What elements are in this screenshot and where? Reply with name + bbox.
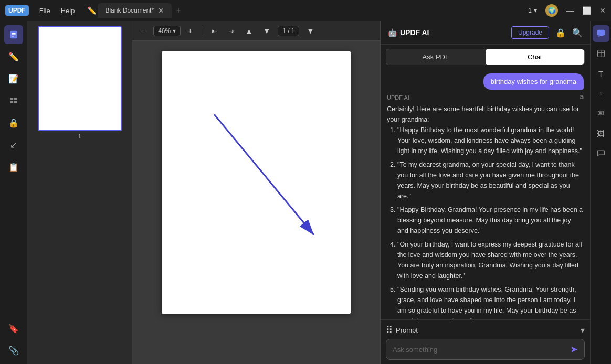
right-icon-email[interactable]: ✉ bbox=[593, 105, 609, 122]
wish-4: "On your birthday, I want to express my … bbox=[397, 239, 584, 281]
sidebar-icon-protect[interactable]: 🔒 bbox=[4, 113, 23, 132]
arrow-annotation bbox=[162, 51, 351, 314]
toolbar-separator-1 bbox=[202, 26, 202, 36]
right-icon-export[interactable]: ↑ bbox=[593, 85, 609, 102]
search-icon[interactable]: 🔍 bbox=[572, 28, 583, 38]
tab-ask-pdf[interactable]: Ask PDF bbox=[386, 49, 486, 65]
new-tab-btn[interactable]: + bbox=[176, 6, 181, 15]
page-down-btn-2[interactable]: ▼ bbox=[303, 25, 317, 37]
right-icon-table[interactable] bbox=[593, 45, 609, 62]
menu-help[interactable]: Help bbox=[61, 7, 75, 15]
sidebar-icon-organize[interactable] bbox=[4, 91, 23, 110]
close-btn[interactable]: ✕ bbox=[599, 6, 606, 15]
sidebar-icon-bookmark[interactable]: 🔖 bbox=[4, 319, 23, 338]
wishes-list: "Happy Birthday to the most wonderful gr… bbox=[387, 125, 584, 319]
wish-5: "Sending you warm birthday wishes, Grand… bbox=[397, 284, 584, 319]
app-logo: UPDF bbox=[5, 5, 29, 16]
wish-2: "To my dearest grandma, on your special … bbox=[397, 159, 584, 201]
ai-messages[interactable]: birthday wishes for grandma UPDF AI ⧉ Ce… bbox=[381, 69, 590, 319]
svg-line-9 bbox=[214, 114, 314, 235]
tab-area: ✏️ Blank Document* ✕ + bbox=[85, 3, 528, 18]
main-layout: ✏️ 📝 🔒 ↙ 📋 🔖 📎 1 − 46% ▾ + ⇤ ⇥ ▲ bbox=[0, 21, 611, 364]
response-intro: Certainly! Here are some heartfelt birth… bbox=[387, 104, 584, 125]
user-avatar[interactable]: 🌍 bbox=[545, 4, 558, 17]
ai-send-button[interactable]: ➤ bbox=[570, 344, 578, 355]
ai-header: 🤖 UPDF AI Upgrade 🔒 🔍 bbox=[381, 21, 590, 45]
thumb-page-number: 1 bbox=[78, 133, 81, 140]
tab-chat[interactable]: Chat bbox=[486, 49, 585, 65]
tab-label: Blank Document* bbox=[105, 7, 154, 14]
upgrade-button[interactable]: Upgrade bbox=[511, 26, 549, 39]
tab-close-btn[interactable]: ✕ bbox=[158, 6, 164, 15]
sidebar-icon-convert[interactable]: ↙ bbox=[4, 135, 23, 154]
svg-rect-5 bbox=[14, 98, 17, 100]
ai-title: UPDF AI bbox=[400, 28, 429, 37]
fit-page-btn[interactable]: ⇥ bbox=[225, 25, 238, 37]
ai-response-header: UPDF AI ⧉ bbox=[387, 94, 584, 101]
left-sidebar: ✏️ 📝 🔒 ↙ 📋 🔖 📎 bbox=[0, 21, 27, 364]
svg-rect-6 bbox=[10, 101, 13, 103]
svg-rect-10 bbox=[597, 30, 604, 36]
sidebar-icon-edit[interactable]: ✏️ bbox=[4, 47, 23, 66]
thumbnail-page-1[interactable]: 1 bbox=[38, 26, 122, 140]
page-down-btn[interactable]: ▼ bbox=[260, 25, 273, 37]
wish-1: "Happy Birthday to the most wonderful gr… bbox=[397, 125, 584, 156]
svg-rect-4 bbox=[10, 98, 13, 100]
thumbnail-panel: 1 bbox=[27, 21, 132, 364]
sidebar-icon-attach[interactable]: 📎 bbox=[4, 341, 23, 360]
fit-width-btn[interactable]: ⇤ bbox=[208, 25, 221, 37]
active-tab[interactable]: Blank Document* ✕ bbox=[98, 3, 172, 18]
page-up-btn[interactable]: ▲ bbox=[242, 25, 256, 37]
canvas-area[interactable] bbox=[132, 41, 380, 364]
ai-tab-switcher: Ask PDF Chat bbox=[386, 49, 585, 65]
menu-bar: File Help bbox=[39, 7, 75, 15]
ai-logo: 🤖 UPDF AI bbox=[388, 28, 429, 37]
sidebar-icon-annotate[interactable]: 📝 bbox=[4, 69, 23, 88]
right-icon-text[interactable]: T bbox=[593, 65, 609, 82]
sidebar-icon-document[interactable] bbox=[4, 25, 23, 44]
restore-btn[interactable]: ⬜ bbox=[582, 6, 591, 15]
ai-header-controls: Upgrade 🔒 🔍 bbox=[511, 26, 583, 39]
wish-3: "Happy Birthday, Grandma! Your presence … bbox=[397, 205, 584, 236]
user-message-bubble: birthday wishes for grandma bbox=[483, 73, 584, 90]
zoom-display: 46% ▾ bbox=[153, 26, 181, 36]
right-icon-chat[interactable] bbox=[593, 145, 609, 162]
right-icon-bar: T ↑ ✉ 🖼 bbox=[590, 21, 611, 364]
right-icon-image[interactable]: 🖼 bbox=[593, 125, 609, 142]
right-icon-ai-chat[interactable] bbox=[593, 25, 609, 42]
svg-rect-7 bbox=[14, 101, 17, 103]
minimize-btn[interactable]: — bbox=[566, 6, 574, 15]
prompt-chevron-icon[interactable]: ▾ bbox=[581, 325, 585, 335]
zoom-in-btn[interactable]: + bbox=[185, 25, 195, 37]
zoom-value: 46% bbox=[158, 27, 171, 35]
ai-logo-icon: 🤖 bbox=[388, 28, 397, 37]
lock-icon[interactable]: 🔒 bbox=[555, 28, 566, 38]
document-toolbar: − 46% ▾ + ⇤ ⇥ ▲ ▼ 1 / 1 ▼ bbox=[132, 21, 380, 41]
document-page bbox=[162, 51, 351, 314]
prompt-icon: ⠿ bbox=[386, 324, 393, 336]
sidebar-icon-forms[interactable]: 📋 bbox=[4, 157, 23, 176]
page-nav-display: 1 / 1 bbox=[278, 26, 299, 36]
zoom-arrow-icon: ▾ bbox=[173, 27, 176, 35]
prompt-label: ⠿ Prompt bbox=[386, 324, 418, 336]
ai-response-label-text: UPDF AI bbox=[387, 94, 409, 101]
ai-input-field[interactable] bbox=[393, 346, 566, 354]
zoom-out-btn[interactable]: − bbox=[139, 25, 149, 37]
ai-input-area: ⠿ Prompt ▾ ➤ bbox=[381, 319, 590, 364]
ai-input-row: ➤ bbox=[386, 339, 585, 360]
prompt-text: Prompt bbox=[396, 326, 418, 334]
tab-icon: ✏️ bbox=[85, 4, 98, 17]
copy-icon[interactable]: ⧉ bbox=[580, 94, 584, 101]
titlebar-right: 1 ▾ 🌍 — ⬜ ✕ bbox=[528, 4, 606, 17]
document-area: − 46% ▾ + ⇤ ⇥ ▲ ▼ 1 / 1 ▼ bbox=[132, 21, 380, 364]
ai-response-text: Certainly! Here are some heartfelt birth… bbox=[387, 104, 584, 319]
thumb-preview bbox=[38, 26, 122, 131]
ai-panel: 🤖 UPDF AI Upgrade 🔒 🔍 Ask PDF Chat birth… bbox=[380, 21, 590, 364]
menu-file[interactable]: File bbox=[39, 7, 50, 15]
prompt-bar: ⠿ Prompt ▾ bbox=[386, 324, 585, 336]
ai-response-block: UPDF AI ⧉ Certainly! Here are some heart… bbox=[387, 94, 584, 319]
page-indicator: 1 ▾ bbox=[528, 7, 537, 14]
titlebar: UPDF File Help ✏️ Blank Document* ✕ + 1 … bbox=[0, 0, 611, 21]
